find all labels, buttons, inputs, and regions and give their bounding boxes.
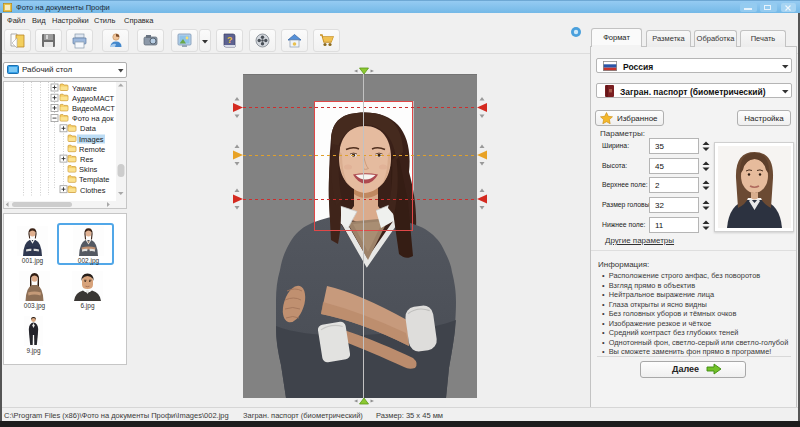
svg-text:АудиоМАСТ: АудиоМАСТ	[72, 94, 114, 103]
svg-text:Skins: Skins	[79, 165, 98, 174]
svg-text:Clothes: Clothes	[80, 186, 106, 195]
svg-text:Res: Res	[80, 155, 94, 164]
svg-text:Data: Data	[80, 124, 97, 133]
svg-text:?: ?	[227, 35, 233, 45]
svg-text:Remote: Remote	[79, 145, 105, 154]
svg-text:Images: Images	[79, 135, 104, 144]
svg-text:Фото на док: Фото на док	[72, 114, 114, 123]
svg-text:ВидеоМАСТ: ВидеоМАСТ	[72, 104, 115, 113]
svg-text:Yaware: Yaware	[72, 84, 97, 93]
svg-text:Template: Template	[79, 175, 109, 184]
